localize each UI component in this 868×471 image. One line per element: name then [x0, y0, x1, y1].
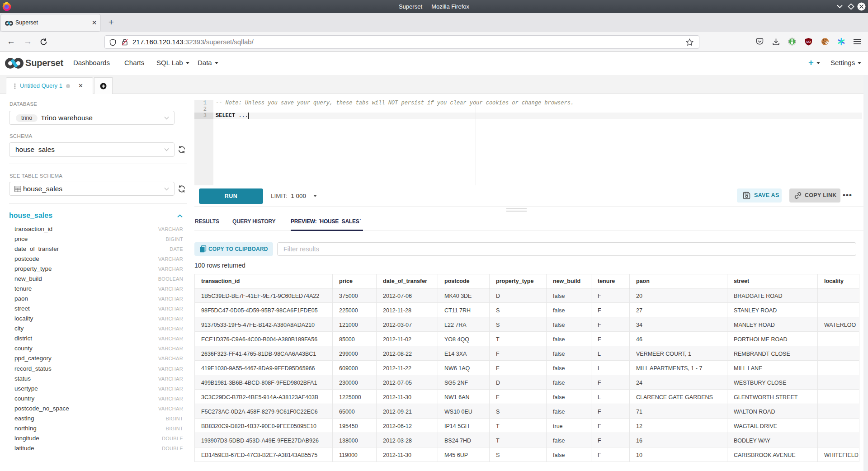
- svg-text:UO: UO: [807, 40, 811, 43]
